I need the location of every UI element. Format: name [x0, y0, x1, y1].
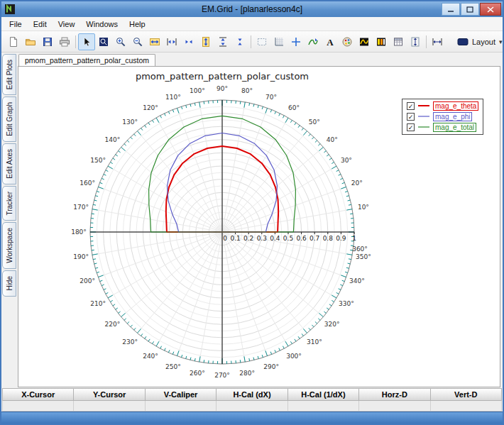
text-label-button[interactable]: A: [322, 33, 339, 50]
svg-text:0.6: 0.6: [296, 235, 307, 242]
readout-col-h-cal-dx: H-Cal (dX): [217, 388, 287, 401]
caret-down-icon: ▾: [499, 38, 503, 45]
shrink-horizontal-button[interactable]: [180, 33, 197, 50]
svg-text:10°: 10°: [358, 204, 369, 211]
tracker-button[interactable]: [305, 33, 322, 50]
zoom-in-button[interactable]: [112, 33, 129, 50]
data-table-icon: [393, 36, 404, 48]
fit-vertical-icon: [200, 36, 212, 48]
save-icon: [42, 36, 53, 48]
fit-horizontal-button[interactable]: [146, 33, 163, 50]
svg-text:80°: 80°: [241, 87, 253, 94]
legend-item-mag_e_total[interactable]: ✓mag_e_total: [407, 122, 478, 132]
readout-col-vert-d: Vert-D: [431, 388, 502, 401]
shrink-vertical-button[interactable]: [231, 33, 248, 50]
menu-edit[interactable]: Edit: [28, 18, 53, 30]
svg-text:0.1: 0.1: [230, 235, 240, 242]
side-tab-edit-axes[interactable]: Edit Axes: [2, 143, 16, 184]
app-icon: [5, 4, 15, 14]
maximize-icon: [466, 6, 473, 13]
svg-text:0.9: 0.9: [336, 235, 346, 242]
expand-horizontal-icon: [166, 36, 177, 48]
zoom-out-button[interactable]: [129, 33, 146, 50]
print-button[interactable]: [56, 33, 73, 50]
expand-vertical-button[interactable]: [214, 33, 231, 50]
readout-value-cell: [431, 401, 502, 412]
svg-text:260°: 260°: [190, 370, 205, 377]
new-file-icon: [8, 36, 19, 48]
svg-text:100°: 100°: [190, 87, 205, 94]
window-bottom-frame: [1, 412, 503, 424]
side-tab-edit-graph[interactable]: Edit Graph: [2, 96, 16, 142]
readout-value-cell: [74, 401, 145, 412]
add-cursor-button[interactable]: [287, 33, 305, 50]
new-file-button[interactable]: [5, 33, 22, 50]
zoom-window-button[interactable]: [95, 33, 112, 50]
grid-toggle-button[interactable]: [270, 33, 287, 50]
close-icon: [487, 6, 494, 13]
shrink-vertical-icon: [234, 36, 246, 48]
svg-text:360°: 360°: [352, 245, 368, 253]
svg-text:60°: 60°: [288, 104, 300, 111]
readout-header-row: X-Cursor Y-Cursor V-Caliper H-Cal (dX) H…: [2, 388, 502, 401]
svg-text:250°: 250°: [165, 363, 181, 370]
svg-text:220°: 220°: [104, 321, 120, 328]
color-palette-button[interactable]: [339, 33, 356, 50]
svg-text:180°: 180°: [71, 228, 87, 236]
svg-text:340°: 340°: [349, 277, 365, 285]
toolbar-separator: [251, 35, 251, 48]
plot-canvas[interactable]: 10°20°30°40°50°60°70°80°90°100°110°120°1…: [18, 66, 500, 387]
horizontal-scale-icon: [432, 36, 443, 48]
horizontal-scale-button[interactable]: [429, 33, 446, 50]
minimize-button[interactable]: [442, 3, 460, 16]
legend-item-mag_e_phi[interactable]: ✓mag_e_phi: [407, 111, 478, 121]
svg-text:0.7: 0.7: [309, 235, 319, 242]
menu-windows[interactable]: Windows: [80, 18, 124, 30]
fit-vertical-button[interactable]: [197, 33, 214, 50]
legend-checkbox[interactable]: ✓: [407, 123, 415, 131]
legend-checkbox[interactable]: ✓: [407, 113, 415, 121]
zoom-in-icon: [115, 36, 126, 48]
readout-value-cell: [288, 401, 359, 412]
svg-text:50°: 50°: [309, 118, 320, 126]
title-bar[interactable]: EM.Grid - [planarlesson4c]: [1, 1, 503, 17]
side-tab-hide[interactable]: Hide: [2, 270, 16, 297]
menu-help[interactable]: Help: [124, 18, 151, 30]
legend-line-swatch: [417, 103, 430, 109]
side-tab-strip: Edit Plots Edit Graph Edit Axes Tracker …: [1, 53, 18, 388]
close-button[interactable]: [480, 3, 501, 16]
side-tab-edit-plots[interactable]: Edit Plots: [2, 54, 16, 95]
readout-col-h-cal-1dx: H-Cal (1/dX): [288, 388, 359, 401]
layout-button[interactable]: Layout ▾: [453, 35, 504, 49]
toolbar-separator: [426, 35, 427, 48]
svg-text:0.5: 0.5: [283, 235, 293, 242]
maximize-button[interactable]: [461, 3, 479, 16]
svg-text:330°: 330°: [339, 300, 354, 307]
layout-swatch-icon: [457, 36, 469, 48]
side-tab-workspace[interactable]: Workspace: [2, 222, 16, 269]
legend-item-mag_e_theta[interactable]: ✓mag_e_theta: [407, 101, 478, 111]
menu-view[interactable]: View: [53, 18, 81, 30]
selection-box-button[interactable]: [253, 33, 270, 50]
svg-text:280°: 280°: [239, 370, 255, 377]
side-tab-tracker[interactable]: Tracker: [2, 186, 16, 221]
legend-checkbox[interactable]: ✓: [407, 102, 415, 110]
contour-button[interactable]: [373, 33, 390, 50]
open-file-button[interactable]: [22, 33, 39, 50]
plot-title: pmom_pattern_pattern_polar_custom: [136, 71, 309, 82]
readout-value-cell: [146, 401, 217, 412]
select-pointer-button[interactable]: [78, 33, 95, 50]
vertical-scale-button[interactable]: [407, 33, 424, 50]
save-button[interactable]: [39, 33, 56, 50]
toolbar-separator: [75, 35, 76, 48]
data-table-button[interactable]: [390, 33, 407, 50]
document-tab[interactable]: pmom_pattern_pattern_polar_custom: [18, 54, 155, 66]
svg-text:300°: 300°: [286, 353, 302, 360]
svg-text:0.3: 0.3: [257, 235, 267, 242]
legend-line-swatch: [417, 114, 430, 119]
menu-file[interactable]: File: [4, 18, 28, 30]
fit-horizontal-icon: [149, 36, 160, 48]
colormap-button[interactable]: [356, 33, 373, 50]
expand-horizontal-button[interactable]: [163, 33, 180, 50]
radial-labels: 00.10.20.30.40.50.60.70.80.91: [223, 235, 356, 242]
